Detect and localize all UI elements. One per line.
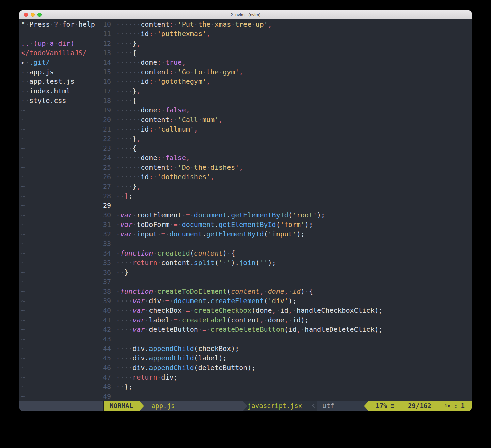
empty-buffer-tilde: ~ — [21, 334, 97, 344]
code-line-13[interactable]: 13····{ — [97, 48, 472, 58]
line-number: 26 — [97, 172, 111, 182]
empty-buffer-tilde: ~ — [21, 153, 97, 163]
code-line-10[interactable]: 10······content:·'Put·the·xmas·tree·up', — [97, 19, 472, 29]
empty-buffer-tilde: ~ — [21, 239, 97, 248]
empty-buffer-tilde: ~ — [21, 287, 97, 296]
thin-separator-icon — [311, 401, 317, 411]
line-number: 16 — [97, 77, 111, 86]
code-text: ······id:·'gotothegym', — [111, 77, 210, 86]
empty-buffer-tilde: ~ — [21, 382, 97, 391]
tree-root-item[interactable]: </todoVanillaJS/ — [21, 48, 97, 58]
empty-buffer-tilde: ~ — [21, 296, 97, 306]
code-text — [111, 277, 116, 287]
code-line-26[interactable]: 26······id:·'dothedishes', — [97, 172, 472, 182]
code-line-49[interactable]: 49 — [97, 391, 472, 401]
code-line-16[interactable]: 16······id:·'gotothegym', — [97, 77, 472, 86]
code-line-32[interactable]: 32·var·input·=·document.getElementById('… — [97, 229, 472, 239]
titlebar[interactable]: 2. nvim . (nvim) — [19, 10, 472, 19]
code-text: ····div.appendChild(deleteButton); — [111, 363, 255, 372]
line-number: 31 — [97, 220, 111, 229]
code-line-47[interactable]: 47····return·div; — [97, 372, 472, 382]
code-text: ····return·div; — [111, 372, 178, 382]
zoom-button[interactable] — [37, 13, 42, 17]
code-line-14[interactable]: 14······done:·true, — [97, 58, 472, 67]
filename-segment: app.js — [144, 401, 243, 411]
code-line-31[interactable]: 31·var·toDoForm·=·document.getElementByI… — [97, 220, 472, 229]
code-line-22[interactable]: 22····}, — [97, 134, 472, 143]
dir-item-git[interactable]: ▸·.git/ — [21, 58, 97, 67]
line-number: 19 — [97, 105, 111, 115]
line-number: 21 — [97, 124, 111, 134]
code-line-40[interactable]: 40····var·checkBox·=·createCheckbox(done… — [97, 306, 472, 315]
file-item-app-test-js[interactable]: ··app.test.js — [21, 77, 97, 86]
line-number: 11 — [97, 29, 111, 38]
code-text: ····}, — [111, 134, 141, 143]
encoding-segment: utf-8[unix] — [317, 401, 364, 411]
code-line-24[interactable]: 24······done:·false, — [97, 153, 472, 163]
code-line-21[interactable]: 21······id:·'callmum', — [97, 124, 472, 134]
code-line-29[interactable]: 29 — [97, 201, 472, 210]
code-line-41[interactable]: 41····var·label·=·createLabel(content,·d… — [97, 315, 472, 325]
code-line-48[interactable]: 48··}; — [97, 382, 472, 391]
file-item-index-html[interactable]: ··index.html — [21, 86, 97, 96]
code-line-19[interactable]: 19······done:·false, — [97, 105, 472, 115]
code-line-20[interactable]: 20······content:·'Call·mum', — [97, 115, 472, 124]
code-text: ······done:·false, — [111, 153, 190, 163]
code-line-39[interactable]: 39····var·div·=·document.createElement('… — [97, 296, 472, 306]
code-line-27[interactable]: 27····}, — [97, 182, 472, 191]
code-text: ··} — [111, 267, 128, 277]
empty-buffer-tilde: ~ — [21, 353, 97, 363]
line-number: 42 — [97, 325, 111, 334]
close-button[interactable] — [24, 13, 28, 17]
code-text — [111, 334, 116, 344]
empty-buffer-tilde: ~ — [21, 172, 97, 182]
current-filename: app.js — [152, 402, 175, 410]
code-line-25[interactable]: 25······content:·'Do·the·dishes', — [97, 163, 472, 172]
code-text: ····{ — [111, 96, 137, 105]
code-text: ·function·createId(content)·{ — [111, 248, 235, 258]
line-number: 33 — [97, 239, 111, 248]
dir-up-item[interactable]: ..·(up·a·dir) — [21, 38, 97, 48]
empty-buffer-tilde: ~ — [21, 277, 97, 287]
code-line-37[interactable]: 37 — [97, 277, 472, 287]
code-line-34[interactable]: 34·function·createId(content)·{ — [97, 248, 472, 258]
code-line-36[interactable]: 36··} — [97, 267, 472, 277]
code-line-12[interactable]: 12····}, — [97, 38, 472, 48]
code-line-18[interactable]: 18····{ — [97, 96, 472, 105]
file-item-app-js[interactable]: ··app.js — [21, 67, 97, 77]
statusline-active-segment: NORMAL app.js javascript.jsx utf-8[unix]… — [104, 401, 472, 411]
code-text: ······content:·'Call·mum', — [111, 115, 223, 124]
line-number: 46 — [97, 363, 111, 372]
line-number: 45 — [97, 353, 111, 363]
code-line-45[interactable]: 45····div.appendChild(label); — [97, 353, 472, 363]
file-item-style-css[interactable]: ··style.css — [21, 96, 97, 105]
code-line-28[interactable]: 28··]; — [97, 191, 472, 201]
code-line-35[interactable]: 35····return·content.split('·').join('')… — [97, 258, 472, 267]
code-text: ··]; — [111, 191, 132, 201]
line-number: 47 — [97, 372, 111, 382]
minimize-button[interactable] — [31, 13, 35, 17]
code-text: ····var·label·=·createLabel(content,·don… — [111, 315, 309, 325]
code-editor[interactable]: 10······content:·'Put·the·xmas·tree·up',… — [97, 19, 472, 401]
file-explorer-rows: "·Press·?·for·help..·(up·a·dir)</todoVan… — [21, 19, 97, 401]
code-line-44[interactable]: 44····div.appendChild(checkBox); — [97, 344, 472, 353]
empty-buffer-tilde: ~ — [21, 163, 97, 172]
code-line-11[interactable]: 11······id:·'putthexmas', — [97, 29, 472, 38]
line-number: 27 — [97, 182, 111, 191]
filetype-segment: javascript.jsx — [248, 401, 311, 411]
code-line-46[interactable]: 46····div.appendChild(deleteButton); — [97, 363, 472, 372]
code-line-43[interactable]: 43 — [97, 334, 472, 344]
code-line-42[interactable]: 42····var·deleteButton·=·createDeleteBut… — [97, 325, 472, 334]
position-segment: 17% ≡ 29/162 ln : 1 — [369, 401, 472, 411]
file-explorer[interactable]: "·Press·?·for·help..·(up·a·dir)</todoVan… — [19, 19, 97, 401]
code-line-15[interactable]: 15······content:·'Go·to·the·gym', — [97, 67, 472, 77]
code-line-33[interactable]: 33 — [97, 239, 472, 248]
code-line-30[interactable]: 30·var·rootElement·=·document.getElement… — [97, 210, 472, 220]
code-line-23[interactable]: 23····{ — [97, 143, 472, 153]
mode-indicator: NORMAL — [104, 401, 139, 411]
line-number: 41 — [97, 315, 111, 325]
code-line-17[interactable]: 17····}, — [97, 86, 472, 96]
code-text — [111, 391, 116, 401]
code-line-38[interactable]: 38·function·createToDoElement(content,·d… — [97, 287, 472, 296]
code-text — [111, 239, 116, 248]
